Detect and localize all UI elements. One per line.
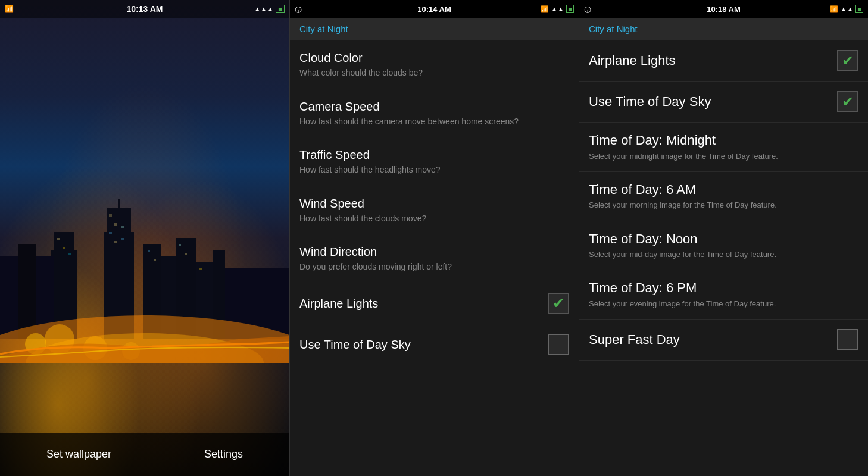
svg-rect-12 — [63, 247, 65, 249]
settings-list-panel2: Cloud Color What color should the clouds… — [290, 40, 579, 476]
wind-speed-desc: How fast should the clouds move? — [299, 213, 569, 225]
camera-speed-title: Camera Speed — [299, 99, 569, 114]
svg-rect-20 — [154, 259, 156, 261]
time-6am-item[interactable]: Time of Day: 6 AM Select your morning im… — [579, 172, 868, 221]
svg-rect-25 — [18, 244, 36, 339]
airplane-lights-checkbox-p2[interactable]: ✔ — [548, 293, 569, 314]
time-of-day-sky-checkmark-p3: ✔ — [842, 95, 854, 109]
airplane-lights-checkmark-p2: ✔ — [552, 296, 564, 311]
settings-panel: ◶ 10:14 AM 📶 ▲▲ ■ City at Night Cloud Co… — [289, 0, 579, 476]
time-6pm-title: Time of Day: 6 PM — [589, 280, 858, 297]
time-of-day-sky-title-p2: Use Time of Day Sky — [299, 337, 541, 352]
svg-rect-23 — [199, 268, 202, 270]
cloud-color-title: Cloud Color — [299, 50, 569, 65]
app-title-panel3: City at Night — [589, 24, 638, 34]
wifi-p2: 📶 — [541, 5, 549, 13]
status-bar-panel3: ◶ 10:18 AM 📶 ▲▲ ■ — [579, 0, 868, 18]
wind-direction-title: Wind Direction — [299, 244, 569, 259]
bottom-action-bar: Set wallpaper Settings — [0, 433, 289, 476]
svg-rect-7 — [121, 226, 124, 228]
traffic-speed-desc: How fast should the headlights move? — [299, 164, 569, 176]
time-6pm-desc: Select your evening image for the Time o… — [589, 299, 858, 309]
super-fast-day-item[interactable]: Super Fast Day — [579, 320, 868, 361]
gallery-icon-p3: ◶ — [584, 4, 591, 14]
app-title-bar-panel2: City at Night — [290, 18, 579, 40]
time-6pm-item[interactable]: Time of Day: 6 PM Select your evening im… — [579, 270, 868, 320]
time-of-day-sky-checkbox-p3[interactable]: ✔ — [837, 91, 858, 112]
airplane-lights-title-p2: Airplane Lights — [299, 296, 541, 311]
wifi-icon: 📶 — [5, 5, 14, 13]
status-time-panel3: 10:18 AM — [707, 5, 741, 14]
time-of-day-sky-item-p2[interactable]: Use Time of Day Sky — [290, 324, 579, 365]
time-midnight-desc: Select your midnight image for the Time … — [589, 151, 858, 162]
signal-p2: ▲▲ — [551, 5, 564, 12]
svg-rect-21 — [179, 244, 181, 246]
wifi-signal-icon: ▲▲▲ — [254, 5, 274, 12]
app-title-panel2: City at Night — [299, 24, 348, 34]
status-bar-left-icons: 📶 — [5, 5, 14, 13]
svg-rect-13 — [68, 253, 71, 255]
time-noon-desc: Select your mid-day image for the Time o… — [589, 249, 858, 260]
svg-rect-22 — [185, 253, 187, 255]
airplane-lights-checkmark-p3: ✔ — [842, 54, 854, 68]
airplane-lights-item-p2[interactable]: Airplane Lights ✔ — [290, 283, 579, 324]
svg-rect-19 — [148, 250, 150, 252]
status-bar-panel2: ◶ 10:14 AM 📶 ▲▲ ■ — [290, 0, 579, 18]
time-midnight-title: Time of Day: Midnight — [589, 132, 858, 149]
time-of-day-sky-title-p3: Use Time of Day Sky — [589, 93, 830, 111]
svg-rect-5 — [109, 232, 112, 234]
app-title-bar-panel3: City at Night — [579, 18, 868, 40]
airplane-lights-item-p3[interactable]: Airplane Lights ✔ — [579, 40, 868, 82]
cloud-color-desc: What color should the clouds be? — [299, 67, 569, 79]
time-noon-item[interactable]: Time of Day: Noon Select your mid-day im… — [579, 221, 868, 271]
time-of-day-sky-checkbox-p2[interactable] — [548, 334, 569, 355]
time-6am-title: Time of Day: 6 AM — [589, 181, 858, 199]
status-time-panel1: 10:13 AM — [127, 4, 163, 14]
wind-direction-desc: Do you prefer clouds moving right or lef… — [299, 261, 569, 273]
camera-speed-item[interactable]: Camera Speed How fast should the camera … — [290, 89, 579, 138]
status-bar-panel1: 📶 10:13 AM ▲▲▲ ■ — [0, 0, 289, 18]
airplane-lights-title-p3: Airplane Lights — [589, 52, 830, 70]
settings-list-panel3: Airplane Lights ✔ Use Time of Day Sky ✔ … — [579, 40, 868, 476]
airplane-lights-checkbox-p3[interactable]: ✔ — [837, 50, 858, 71]
wifi-p3: 📶 — [830, 5, 838, 13]
time-noon-title: Time of Day: Noon — [589, 231, 858, 248]
battery-p3: ■ — [855, 5, 863, 13]
time-midnight-item[interactable]: Time of Day: Midnight Select your midnig… — [579, 123, 868, 172]
settings-panel2: ◶ 10:18 AM 📶 ▲▲ ■ City at Night Airplane… — [579, 0, 868, 476]
battery-icon: ■ — [276, 5, 285, 13]
camera-speed-desc: How fast should the camera move between … — [299, 116, 569, 128]
wind-direction-item[interactable]: Wind Direction Do you prefer clouds movi… — [290, 234, 579, 283]
time-of-day-sky-item-p3[interactable]: Use Time of Day Sky ✔ — [579, 82, 868, 123]
svg-rect-2 — [118, 199, 120, 211]
svg-rect-4 — [114, 223, 117, 226]
wind-speed-item[interactable]: Wind Speed How fast should the clouds mo… — [290, 186, 579, 235]
time-6am-desc: Select your morning image for the Time o… — [589, 200, 858, 211]
cloud-color-item[interactable]: Cloud Color What color should the clouds… — [290, 40, 579, 89]
battery-p2: ■ — [566, 5, 574, 13]
gallery-icon-p2: ◶ — [295, 4, 302, 14]
city-skyline-svg — [0, 196, 289, 363]
svg-rect-11 — [57, 238, 60, 240]
signal-p3: ▲▲ — [841, 5, 854, 12]
svg-rect-3 — [109, 214, 112, 217]
traffic-speed-title: Traffic Speed — [299, 147, 569, 162]
traffic-speed-item[interactable]: Traffic Speed How fast should the headli… — [290, 137, 579, 186]
status-bar-right-icons: ▲▲▲ ■ — [254, 5, 285, 13]
wallpaper-panel: 📶 10:13 AM ▲▲▲ ■ Set wallpaper Settings — [0, 0, 289, 476]
status-time-panel2: 10:14 AM — [417, 5, 451, 14]
svg-rect-6 — [114, 241, 117, 243]
super-fast-day-checkbox[interactable] — [837, 329, 858, 350]
wind-speed-title: Wind Speed — [299, 196, 569, 211]
svg-rect-8 — [121, 238, 124, 240]
super-fast-day-title: Super Fast Day — [589, 331, 830, 349]
settings-button[interactable]: Settings — [192, 442, 255, 466]
set-wallpaper-button[interactable]: Set wallpaper — [35, 442, 123, 466]
